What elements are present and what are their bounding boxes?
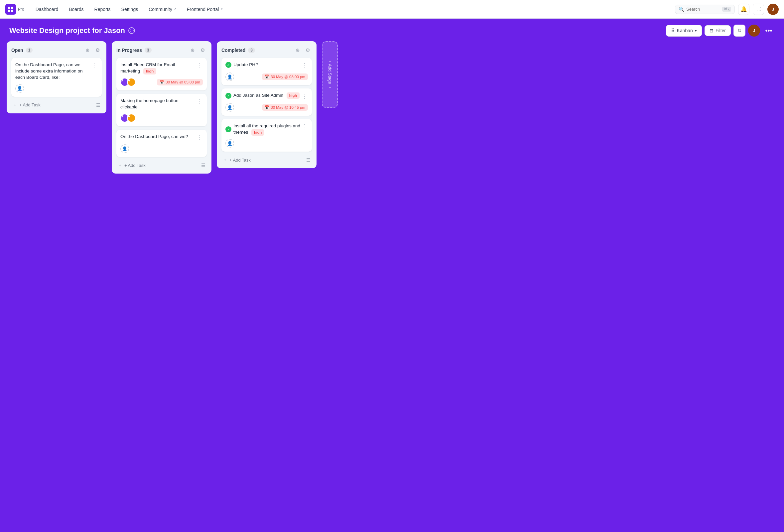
column-open-settings-button[interactable]: ⚙ [93, 46, 102, 55]
card-c4-menu[interactable]: ⋮ [196, 134, 203, 141]
card-c2-avatars: J A [120, 78, 136, 86]
bell-icon: 🔔 [740, 6, 747, 12]
card-c5-check-icon: ✓ [225, 62, 231, 68]
more-options-button[interactable]: ••• [763, 25, 775, 36]
add-task-plus-icon: ＋ [12, 102, 17, 108]
logo-area[interactable]: Pro [5, 4, 24, 15]
card-c4-title: On the Dashboard Page, can we? [120, 134, 196, 140]
add-stage-label: + + Add Stage [328, 60, 333, 89]
column-open: Open 1 ⊕ ⚙ On the Dashboard Page, can we… [7, 41, 106, 113]
expand-icon: ⛶ [756, 7, 761, 11]
column-in-progress-count: 3 [145, 48, 151, 53]
card-c2-menu[interactable]: ⋮ [196, 62, 203, 69]
ellipsis-icon: ••• [765, 27, 772, 35]
nav-boards[interactable]: Boards [64, 5, 88, 14]
card-c5-menu[interactable]: ⋮ [301, 62, 308, 69]
column-in-progress-title: In Progress [116, 48, 142, 53]
card-c7-priority: high [251, 129, 264, 136]
column-in-progress: In Progress 3 ⊕ ⚙ Install FluentCRM for … [112, 41, 212, 173]
calendar-icon-c6: 📅 [265, 105, 269, 110]
column-in-progress-add-button[interactable]: ⊕ [188, 46, 197, 55]
card-c1: On the Dashboard Page, can we include so… [11, 58, 102, 97]
card-c6-title: Add Jason as Site Admin high [233, 92, 301, 99]
nav-settings[interactable]: Settings [117, 5, 143, 14]
column-open-header: Open 1 ⊕ ⚙ [11, 46, 102, 55]
card-c2: Install FluentCRM for Email marketing hi… [116, 58, 207, 90]
add-stage-plus-icon: + [328, 86, 333, 89]
card-c3-title: Making the homepage button clickable [120, 98, 196, 110]
card-c1-avatar-placeholder: 👤 [15, 84, 24, 93]
card-c2-priority: high [143, 68, 156, 75]
search-icon: 🔍 [679, 7, 684, 12]
nav-dashboard[interactable]: Dashboard [31, 5, 63, 14]
card-c7-menu[interactable]: ⋮ [301, 123, 308, 130]
card-c6-priority: high [287, 92, 300, 99]
nav-links: Dashboard Boards Reports Settings Commun… [31, 5, 675, 14]
header-actions: ⠿ Kanban ▾ ⊟ Filter ↻ J ••• [666, 25, 775, 36]
page-header: Website Design project for Jason ⓘ ⠿ Kan… [0, 19, 784, 41]
column-completed-title: Completed [221, 48, 245, 53]
add-task-plus-icon-2: ＋ [118, 162, 122, 168]
card-c6-avatar-placeholder: 👤 [225, 103, 234, 112]
search-box[interactable]: 🔍 ⌘ k [675, 5, 735, 14]
card-c7: ✓ Install all the required plugins and t… [221, 119, 312, 151]
column-in-progress-settings-button[interactable]: ⚙ [198, 46, 207, 55]
column-open-add-button[interactable]: ⊕ [83, 46, 92, 55]
card-c2-title: Install FluentCRM for Email marketing hi… [120, 62, 196, 75]
chevron-down-icon: ▾ [695, 29, 697, 33]
card-c5: ✓ Update PHP ⋮ 👤 📅 30 May @ 08:00 pm [221, 58, 312, 85]
card-c1-title: On the Dashboard Page, can we include so… [15, 62, 90, 81]
refresh-button[interactable]: ↻ [733, 25, 746, 36]
card-c6-menu[interactable]: ⋮ [301, 92, 308, 100]
kanban-icon: ⠿ [671, 28, 675, 34]
card-c1-menu[interactable]: ⋮ [90, 62, 98, 69]
notification-bell-button[interactable]: 🔔 [738, 4, 749, 15]
card-c4-avatar-placeholder: 👤 [120, 144, 129, 153]
card-c5-title: Update PHP [233, 62, 301, 68]
nav-frontend-portal[interactable]: Frontend Portal ↗ [182, 5, 228, 14]
column-in-progress-add-task[interactable]: ＋ + Add Task ☰ [116, 160, 207, 170]
card-c5-date: 📅 30 May @ 08:00 pm [262, 74, 308, 80]
filter-button[interactable]: ⊟ Filter [704, 25, 731, 36]
svg-rect-2 [8, 10, 10, 12]
card-c2-avatar-2: A [127, 78, 136, 86]
nav-reports[interactable]: Reports [90, 5, 115, 14]
search-shortcut: ⌘ k [722, 7, 731, 11]
card-c6-check-icon: ✓ [225, 93, 231, 99]
calendar-icon-c5: 📅 [265, 75, 269, 79]
card-c7-title: Install all the required plugins and the… [233, 123, 301, 136]
add-task-label: + Add Task [19, 103, 40, 107]
task-list-icon-2: ☰ [201, 163, 205, 168]
column-completed-count: 3 [248, 48, 255, 53]
add-task-label-3: + Add Task [229, 158, 251, 163]
logo-icon [5, 4, 16, 15]
kanban-view-button[interactable]: ⠿ Kanban ▾ [666, 25, 702, 36]
column-completed-add-button[interactable]: ⊕ [293, 46, 302, 55]
refresh-icon: ↻ [737, 28, 742, 34]
user-avatar[interactable]: J [767, 4, 779, 15]
calendar-icon: 📅 [160, 80, 164, 84]
column-open-title: Open [11, 48, 23, 53]
card-c6: ✓ Add Jason as Site Admin high ⋮ 👤 📅 30 … [221, 88, 312, 116]
kanban-board: Open 1 ⊕ ⚙ On the Dashboard Page, can we… [0, 41, 784, 180]
card-c7-avatar-placeholder: 👤 [225, 139, 234, 148]
logo-pro-text: Pro [18, 7, 24, 11]
column-completed-add-task[interactable]: ＋ + Add Task ☰ [221, 155, 312, 165]
column-open-add-task[interactable]: ＋ + Add Task ☰ [11, 100, 102, 110]
info-icon[interactable]: ⓘ [128, 27, 135, 34]
card-c3-menu[interactable]: ⋮ [196, 98, 203, 105]
filter-label: Filter [716, 28, 726, 33]
svg-rect-3 [11, 10, 13, 12]
expand-view-button[interactable]: ⛶ [753, 4, 764, 15]
search-input[interactable] [686, 7, 720, 11]
nav-right-area: 🔍 ⌘ k 🔔 ⛶ J [675, 4, 779, 15]
nav-community[interactable]: Community ↗ [144, 5, 181, 14]
top-navigation: Pro Dashboard Boards Reports Settings Co… [0, 0, 784, 19]
add-stage-button[interactable]: + + Add Stage [322, 41, 338, 108]
header-user-avatar[interactable]: J [748, 25, 760, 36]
card-c7-check-icon: ✓ [225, 127, 231, 132]
column-completed-settings-button[interactable]: ⚙ [303, 46, 312, 55]
filter-icon: ⊟ [709, 28, 713, 33]
kanban-label: Kanban [677, 28, 693, 33]
page-title: Website Design project for Jason [9, 26, 125, 35]
